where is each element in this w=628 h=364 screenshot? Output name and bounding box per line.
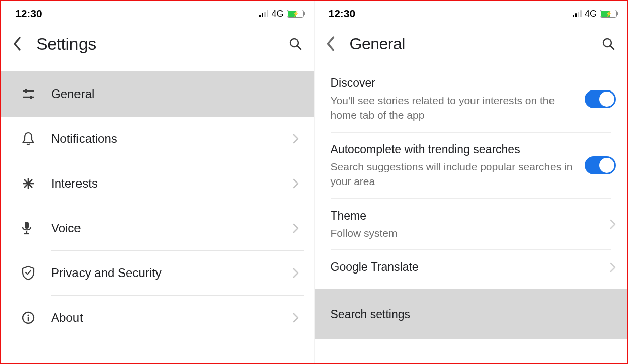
- signal-icon: [573, 10, 582, 17]
- page-title: Settings: [36, 34, 284, 54]
- item-subtitle: Follow system: [331, 226, 601, 240]
- general-item-discover[interactable]: Discover You'll see stories related to y…: [315, 66, 627, 132]
- back-button[interactable]: [320, 32, 343, 55]
- settings-row-privacy[interactable]: Privacy and Security: [1, 251, 314, 295]
- status-time: 12:30: [329, 8, 356, 20]
- settings-row-label: Interests: [51, 176, 293, 191]
- search-icon: [601, 37, 615, 51]
- settings-row-label: About: [51, 311, 293, 325]
- svg-rect-5: [30, 96, 32, 99]
- search-button[interactable]: [284, 32, 307, 55]
- settings-row-label: Voice: [51, 221, 293, 235]
- status-bar: 12:30 4G ⚡: [315, 1, 627, 26]
- chevron-right-icon: [610, 219, 616, 229]
- general-item-autocomplete[interactable]: Autocomplete with trending searches Sear…: [315, 133, 627, 198]
- asterisk-icon: [21, 176, 35, 191]
- autocomplete-toggle[interactable]: [585, 156, 616, 174]
- shield-check-icon: [21, 265, 35, 281]
- info-icon: [21, 311, 35, 325]
- settings-row-about[interactable]: About: [1, 296, 314, 340]
- general-item-search-settings[interactable]: Search settings: [315, 289, 627, 339]
- bell-icon: [21, 131, 35, 146]
- svg-line-1: [297, 46, 301, 49]
- general-item-translate[interactable]: Google Translate: [315, 250, 627, 284]
- search-icon: [288, 37, 302, 51]
- settings-row-label: Notifications: [51, 132, 293, 146]
- chevron-right-icon: [293, 313, 299, 323]
- item-subtitle: You'll see stories related to your inter…: [331, 93, 576, 123]
- search-button[interactable]: [597, 32, 620, 55]
- chevron-right-icon: [293, 223, 299, 233]
- mic-icon: [21, 221, 32, 236]
- svg-rect-10: [25, 222, 29, 229]
- settings-row-general[interactable]: General: [1, 71, 314, 117]
- settings-row-interests[interactable]: Interests: [1, 161, 314, 206]
- back-button[interactable]: [6, 32, 29, 55]
- network-label: 4G: [271, 9, 283, 19]
- item-title: Google Translate: [331, 259, 601, 275]
- chevron-right-icon: [610, 262, 616, 272]
- svg-line-17: [610, 46, 614, 49]
- settings-row-notifications[interactable]: Notifications: [1, 117, 314, 161]
- chevron-right-icon: [293, 134, 299, 144]
- status-time: 12:30: [15, 8, 42, 20]
- network-label: 4G: [585, 9, 597, 19]
- general-item-theme[interactable]: Theme Follow system: [315, 199, 627, 249]
- settings-screen: 12:30 4G ⚡ Settings: [1, 1, 314, 363]
- item-title: Search settings: [331, 307, 607, 322]
- item-subtitle: Search suggestions will include popular …: [331, 159, 576, 189]
- item-title: Discover: [331, 75, 576, 91]
- settings-row-label: General: [51, 87, 299, 101]
- discover-toggle[interactable]: [585, 90, 616, 108]
- sliders-icon: [21, 87, 35, 101]
- chevron-right-icon: [293, 178, 299, 189]
- signal-icon: [259, 10, 268, 17]
- item-title: Autocomplete with trending searches: [331, 142, 576, 157]
- item-title: Theme: [331, 208, 601, 224]
- battery-icon: ⚡: [600, 10, 617, 18]
- battery-icon: ⚡: [287, 10, 304, 18]
- svg-point-14: [27, 314, 29, 316]
- svg-rect-3: [25, 89, 27, 93]
- chevron-left-icon: [13, 36, 23, 51]
- settings-row-label: Privacy and Security: [51, 266, 293, 280]
- page-title: General: [350, 35, 597, 53]
- chevron-left-icon: [326, 36, 337, 52]
- settings-row-voice[interactable]: Voice: [1, 206, 314, 250]
- chevron-right-icon: [293, 268, 299, 278]
- general-screen: 12:30 4G ⚡ General Di: [314, 1, 627, 363]
- status-bar: 12:30 4G ⚡: [1, 1, 314, 26]
